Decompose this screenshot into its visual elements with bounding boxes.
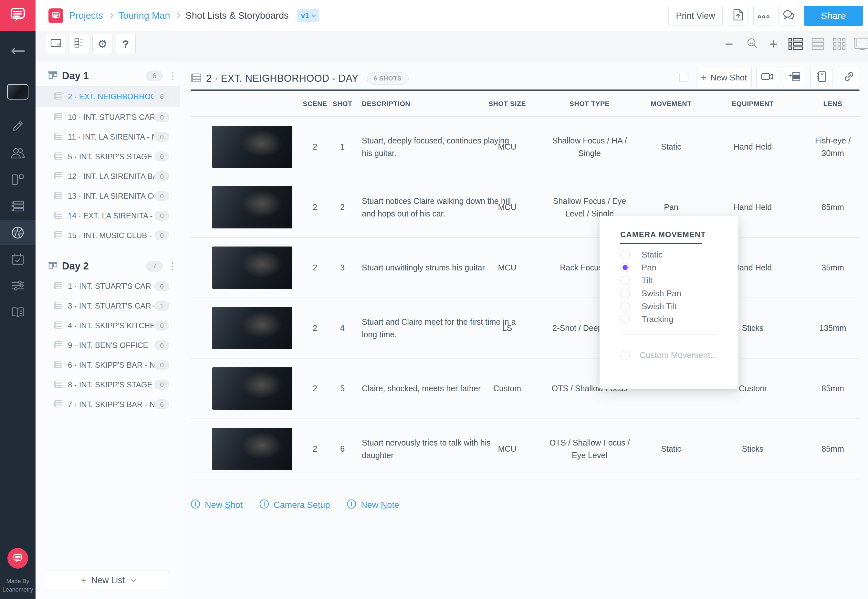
- breadcrumb-project-name[interactable]: Touring Man: [119, 11, 170, 21]
- cell-shot-size[interactable]: Custom: [472, 359, 543, 418]
- scene-list-item[interactable]: 14 · EXT. LA SIRENITA - NIGHT 0: [36, 206, 180, 226]
- print-view-button[interactable]: Print View: [668, 6, 723, 26]
- cell-scene[interactable]: 2: [301, 178, 329, 237]
- day-menu-button[interactable]: ⋮: [168, 263, 175, 269]
- project-chip-icon[interactable]: [48, 8, 63, 23]
- cell-shot-size[interactable]: LS: [472, 298, 543, 358]
- cell-movement[interactable]: Static: [641, 117, 701, 177]
- storyboard-thumbnail[interactable]: [212, 367, 292, 410]
- movement-option[interactable]: Swish Tilt: [620, 300, 727, 313]
- version-badge[interactable]: v1: [296, 9, 319, 22]
- radio-icon[interactable]: [620, 275, 630, 285]
- cell-shot-size[interactable]: MCU: [472, 117, 543, 177]
- scene-list-item[interactable]: 7 · INT. SKIPP'S BAR - NIGHT 6: [36, 394, 180, 414]
- cell-shot[interactable]: 4: [329, 298, 355, 358]
- shot-row[interactable]: 2 2 Stuart notices Claire walking down t…: [191, 178, 860, 238]
- radio-icon[interactable]: [620, 289, 630, 298]
- sidebar-item-settings[interactable]: [0, 273, 36, 298]
- storyboard-thumbnail[interactable]: [212, 186, 292, 229]
- custom-movement-option[interactable]: Custom Movement...: [620, 350, 717, 360]
- share-button[interactable]: Share: [804, 6, 863, 26]
- zoom-reset-button[interactable]: 1:1: [741, 38, 764, 50]
- storyboard-thumbnail[interactable]: [212, 247, 292, 289]
- shot-row[interactable]: 2 1 Stuart, deeply focused, continues pl…: [191, 117, 860, 178]
- scene-list-item[interactable]: 5 · INT. SKIPP'S STAGE - NIGHT 0: [36, 147, 180, 166]
- cell-lens[interactable]: 85mm: [806, 419, 860, 479]
- add-row-button[interactable]: [783, 67, 805, 88]
- columns-layout-button[interactable]: [69, 34, 89, 54]
- more-options-button[interactable]: [753, 6, 774, 26]
- export-button[interactable]: [728, 6, 748, 26]
- scene-list-item[interactable]: 9 · INT. BEN'S OFFICE - NIGHT 0: [36, 336, 180, 355]
- sidebar-item-breakdowns[interactable]: [0, 194, 36, 218]
- cell-shot-type[interactable]: OTS / Shallow Focus / Eye Level: [546, 419, 633, 479]
- app-logo[interactable]: [0, 0, 36, 31]
- scene-list-item[interactable]: 12 · INT. LA SIRENITA BATHRO... 0: [36, 166, 180, 186]
- scene-list-item[interactable]: 15 · INT. MUSIC CLUB - NIGHT 0: [36, 226, 180, 245]
- cell-lens[interactable]: 85mm: [806, 178, 860, 237]
- sidebar-item-reports[interactable]: [0, 300, 36, 324]
- breadcrumb-projects[interactable]: Projects: [69, 11, 103, 21]
- sidebar-back-button[interactable]: [0, 39, 36, 63]
- quick-add-link[interactable]: Camera Setup: [259, 499, 330, 511]
- cell-lens[interactable]: Fish-eye / 30mm: [806, 117, 860, 177]
- cell-shot-size[interactable]: MCU: [472, 419, 543, 479]
- cell-movement[interactable]: Static: [641, 419, 701, 479]
- cell-shot[interactable]: 2: [329, 178, 355, 237]
- notebook-button[interactable]: [811, 67, 832, 88]
- radio-icon[interactable]: [620, 351, 630, 360]
- sidebar-project-thumbnail[interactable]: [0, 80, 36, 104]
- shot-row[interactable]: 2 6 Stuart nervously tries to talk with …: [191, 419, 860, 479]
- zoom-in-button[interactable]: +: [764, 36, 784, 52]
- movement-option[interactable]: Static: [620, 248, 727, 261]
- scene-list-item[interactable]: 4 · INT. SKIPP'S KITCHEN - NIG... 0: [36, 316, 180, 336]
- scene-list-item[interactable]: 2 · EXT. NEIGHBORHOOD - D... 6: [36, 86, 180, 107]
- shot-row[interactable]: 2 5 Claire, shocked, meets her father Cu…: [191, 359, 860, 419]
- cell-shot-size[interactable]: MCU: [472, 238, 543, 298]
- radio-icon[interactable]: [620, 315, 630, 324]
- scene-list-item[interactable]: 1 · INT. STUART'S CAR - NIGHT 0: [36, 276, 180, 296]
- scene-list-item[interactable]: 11 · INT. LA SIRENITA - NIGHT 0: [36, 127, 180, 147]
- made-by-credit[interactable]: Made By Leanometry: [0, 577, 36, 599]
- cell-equipment[interactable]: Sticks: [717, 419, 788, 479]
- cell-scene[interactable]: 2: [301, 298, 329, 358]
- cell-shot-type[interactable]: Shallow Focus / HA / Single: [546, 117, 633, 177]
- radio-icon[interactable]: [620, 263, 630, 272]
- movement-option[interactable]: Tracking: [620, 313, 727, 326]
- day-menu-button[interactable]: ⋮: [168, 73, 175, 79]
- radio-icon[interactable]: [620, 250, 630, 259]
- cell-scene[interactable]: 2: [301, 419, 329, 479]
- grid-view-button[interactable]: [833, 38, 846, 50]
- sidebar-item-boards[interactable]: [0, 167, 36, 192]
- cell-equipment[interactable]: Hand Held: [717, 117, 788, 177]
- quick-add-link[interactable]: New Note: [347, 499, 399, 511]
- new-list-button[interactable]: + New List: [47, 570, 169, 590]
- cell-shot[interactable]: 1: [329, 117, 355, 177]
- storyboard-thumbnail[interactable]: [212, 126, 292, 168]
- camera-setup-button[interactable]: [756, 67, 778, 88]
- cell-shot[interactable]: 6: [329, 419, 355, 479]
- share-link-button[interactable]: [838, 67, 860, 88]
- cell-scene[interactable]: 2: [301, 359, 329, 418]
- scene-list-item[interactable]: 8 · INT. SKIPP'S STAGE - NIGHT 0: [36, 375, 180, 394]
- aspect-ratio-button[interactable]: [46, 34, 66, 54]
- scene-list-item[interactable]: 6 · INT. SKIPP'S BAR - NIGHT 0: [36, 355, 180, 375]
- storyboard-thumbnail[interactable]: [212, 307, 292, 349]
- scene-list-item[interactable]: 13 · INT. LA SIRENITA CORRID... 0: [36, 186, 180, 206]
- studiobinder-logo-icon[interactable]: [8, 548, 28, 569]
- sidebar-item-script[interactable]: [0, 114, 36, 138]
- cell-shot[interactable]: 5: [329, 359, 355, 418]
- cell-scene[interactable]: 2: [301, 117, 329, 177]
- comments-button[interactable]: [778, 6, 799, 26]
- help-button[interactable]: ?: [116, 34, 136, 54]
- day-group-title[interactable]: Day 1: [62, 70, 89, 82]
- settings-button[interactable]: ⚙: [92, 34, 113, 54]
- sidebar-item-contacts[interactable]: [0, 141, 36, 166]
- movement-option[interactable]: Tilt: [620, 274, 727, 287]
- radio-icon[interactable]: [620, 301, 630, 311]
- cell-shot[interactable]: 3: [329, 238, 355, 298]
- scene-list-item[interactable]: 3 · INT. STUART'S CAR - DUSK 1: [36, 296, 180, 316]
- cell-scene[interactable]: 2: [301, 238, 329, 298]
- storyboard-thumbnail[interactable]: [212, 428, 292, 470]
- new-shot-button[interactable]: + New Shot: [696, 67, 752, 88]
